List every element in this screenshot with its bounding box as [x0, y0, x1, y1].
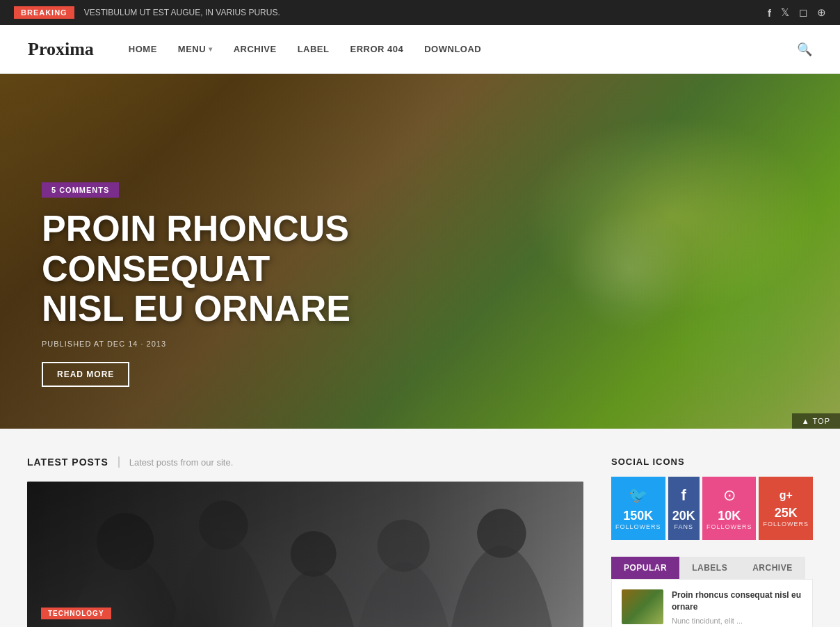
- svg-point-6: [97, 513, 154, 570]
- tab-archive[interactable]: ARCHIVE: [740, 557, 805, 579]
- tab-popular[interactable]: POPULAR: [611, 557, 679, 579]
- tabs-header: POPULAR LABELS ARCHIVE: [611, 557, 813, 579]
- main-content: LATEST POSTS Latest posts from our site.: [13, 429, 827, 627]
- nav-error404[interactable]: ERROR 404: [350, 44, 403, 54]
- social-card-facebook[interactable]: f 20K FANS: [668, 477, 700, 540]
- dribbble-count: 10K: [718, 509, 741, 523]
- social-grid: 🐦 150K FOLLOWERS f 20K FANS ⊙ 10K FOLLOW…: [611, 477, 813, 540]
- google-count: 25K: [775, 506, 798, 521]
- hero-meta: PUBLISHED AT DEC 14 · 2013: [42, 340, 459, 348]
- main-nav: HOME MENU ▾ ARCHIVE LABEL ERROR 404 DOWN…: [129, 44, 797, 54]
- twitter-label: FOLLOWERS: [615, 523, 661, 530]
- instagram-icon[interactable]: ◻: [799, 6, 807, 19]
- content-left: LATEST POSTS Latest posts from our site.: [27, 457, 583, 627]
- svg-point-9: [378, 519, 430, 571]
- hero-section: 5 COMMENTS PROIN RHONCUS CONSEQUAT NISL …: [0, 74, 840, 429]
- social-card-twitter[interactable]: 🐦 150K FOLLOWERS: [611, 477, 665, 540]
- facebook-count: 20K: [672, 509, 695, 523]
- section-divider: [118, 457, 120, 468]
- social-card-dribbble[interactable]: ⊙ 10K FOLLOWERS: [702, 477, 757, 540]
- tab-post-thumb-1: [622, 589, 663, 624]
- hero-read-more-button[interactable]: READ MORE: [42, 362, 129, 387]
- hero-title: PROIN RHONCUS CONSEQUAT NISL EU ORNARE: [42, 209, 459, 328]
- nav-archive[interactable]: ARCHIVE: [234, 44, 277, 54]
- dribbble-label: FOLLOWERS: [706, 523, 752, 530]
- facebook-social-icon: f: [681, 486, 686, 505]
- tab-post-title-1: Proin rhoncus consequat nisl eu ornare: [672, 589, 802, 613]
- tab-content-popular: Proin rhoncus consequat nisl eu ornare N…: [611, 579, 813, 627]
- google-social-icon: g+: [780, 489, 793, 502]
- hero-comments-badge[interactable]: 5 COMMENTS: [42, 182, 119, 198]
- twitter-icon[interactable]: 𝕏: [781, 6, 789, 19]
- breaking-label: BREAKING: [14, 6, 74, 19]
- social-card-google[interactable]: g+ 25K FOLLOWERS: [759, 477, 813, 540]
- tab-post-text-1: Proin rhoncus consequat nisl eu ornare N…: [672, 589, 802, 626]
- nav-label[interactable]: LABEL: [298, 44, 330, 54]
- google-label: FOLLOWERS: [763, 521, 809, 527]
- breaking-text: VESTIBULUM UT EST AUGUE, IN VARIUS PURUS…: [84, 8, 768, 17]
- search-icon[interactable]: 🔍: [797, 42, 812, 57]
- facebook-icon[interactable]: f: [768, 7, 771, 19]
- dribbble-icon[interactable]: ⊕: [817, 6, 826, 19]
- tab-post-excerpt-1: Nunc tincidunt, elit ...: [672, 616, 802, 626]
- nav-download[interactable]: DOWNLOAD: [424, 44, 481, 54]
- facebook-label: FANS: [674, 523, 693, 530]
- thumb-food-image: [622, 589, 663, 624]
- svg-point-7: [199, 500, 248, 550]
- breaking-bar: BREAKING VESTIBULUM UT EST AUGUE, IN VAR…: [0, 0, 840, 25]
- svg-point-10: [477, 509, 526, 558]
- nav-menu[interactable]: MENU ▾: [178, 44, 213, 54]
- nav-arrow-menu: ▾: [209, 45, 213, 53]
- post-card-content: TECHNOLOGY DUIS QUIS ERAT NON NUNC FRING…: [27, 592, 583, 627]
- svg-point-8: [291, 531, 337, 577]
- sidebar: SOCIAL ICONS 🐦 150K FOLLOWERS f 20K FANS…: [611, 457, 813, 627]
- hero-content: 5 COMMENTS PROIN RHONCUS CONSEQUAT NISL …: [42, 182, 459, 387]
- post-card[interactable]: TECHNOLOGY DUIS QUIS ERAT NON NUNC FRING…: [27, 482, 583, 627]
- latest-posts-title: LATEST POSTS: [27, 457, 108, 468]
- tab-post-item-1[interactable]: Proin rhoncus consequat nisl eu ornare N…: [622, 589, 802, 627]
- nav-home[interactable]: HOME: [129, 44, 157, 54]
- tab-labels[interactable]: LABELS: [679, 557, 740, 579]
- breaking-social-icons: f 𝕏 ◻ ⊕: [768, 6, 826, 19]
- hero-top-button[interactable]: ▲ TOP: [792, 413, 840, 429]
- dribbble-social-icon: ⊙: [723, 486, 736, 505]
- post-category-badge[interactable]: TECHNOLOGY: [41, 608, 111, 619]
- site-header: Proxima HOME MENU ▾ ARCHIVE LABEL ERROR …: [0, 25, 840, 74]
- tabs-container: POPULAR LABELS ARCHIVE Proin rhoncus con…: [611, 557, 813, 627]
- site-logo[interactable]: Proxima: [28, 39, 94, 60]
- latest-posts-subtitle: Latest posts from our site.: [129, 457, 234, 468]
- latest-posts-heading: LATEST POSTS Latest posts from our site.: [27, 457, 583, 468]
- social-icons-title: SOCIAL ICONS: [611, 457, 813, 467]
- twitter-count: 150K: [623, 509, 653, 523]
- twitter-social-icon: 🐦: [629, 486, 647, 505]
